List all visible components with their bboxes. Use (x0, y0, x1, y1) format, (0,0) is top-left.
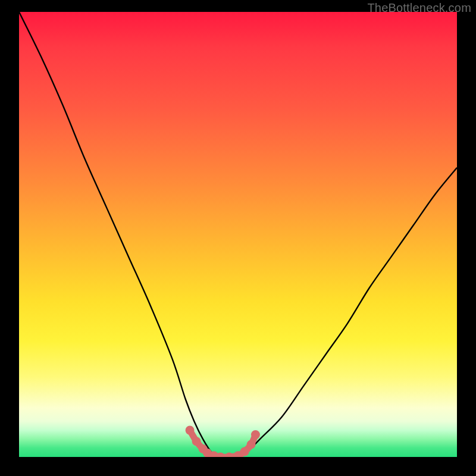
trough-dot (247, 440, 256, 449)
chart-plot-area (19, 12, 457, 457)
trough-dot (186, 426, 195, 435)
trough-dot (240, 447, 249, 456)
bottleneck-curve (19, 12, 457, 457)
trough-dot (192, 437, 201, 446)
trough-overlay-dots (186, 426, 260, 457)
trough-dot (251, 430, 260, 439)
trough-dot (225, 453, 234, 458)
chart-frame: TheBottleneck.com (0, 0, 476, 476)
chart-svg (19, 12, 457, 457)
